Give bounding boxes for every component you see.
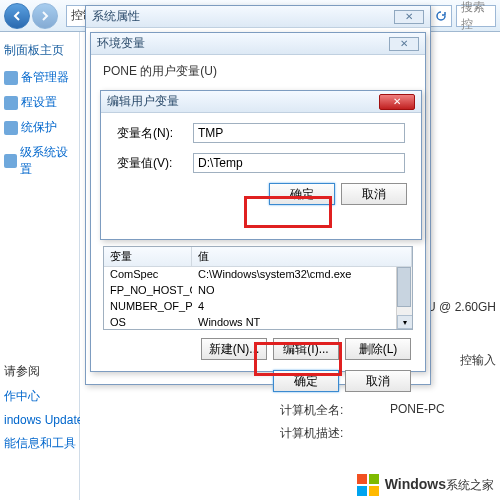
sidebar-item-remote[interactable]: 程设置	[4, 94, 75, 111]
var-value-input[interactable]	[193, 153, 405, 173]
shield-icon	[4, 121, 18, 135]
cancel-button[interactable]: 取消	[345, 370, 411, 392]
table-row[interactable]: ComSpecC:\Windows\system32\cmd.exe	[104, 267, 412, 283]
var-name-input[interactable]	[193, 123, 405, 143]
edit-button[interactable]: 编辑(I)...	[273, 338, 339, 360]
scroll-down-icon[interactable]: ▾	[397, 315, 413, 329]
shield-icon	[4, 96, 18, 110]
ok-button[interactable]: 确定	[269, 183, 335, 205]
search-input[interactable]: 搜索控	[456, 5, 496, 27]
sidebar-item-advanced[interactable]: 级系统设置	[4, 144, 75, 178]
var-value-label: 变量值(V):	[117, 155, 185, 172]
arrow-left-icon	[12, 11, 22, 21]
scroll-thumb[interactable]	[397, 267, 411, 307]
forward-button[interactable]	[32, 3, 58, 29]
refresh-button[interactable]	[430, 5, 452, 27]
close-button[interactable]: ✕	[389, 37, 419, 51]
edit-var-dialog: 编辑用户变量 ✕ 变量名(N): 变量值(V): 确定 取消	[100, 90, 422, 240]
watermark: Windows 系统之家	[357, 474, 494, 496]
sidebar: 制面板主页 备管理器 程设置 统保护 级系统设置 请参阅 作中心 indows …	[0, 32, 80, 500]
watermark-suffix: 系统之家	[446, 477, 494, 494]
fullname-value: PONE-PC	[390, 402, 445, 419]
close-button[interactable]: ✕	[394, 10, 424, 24]
sidebar-item-device-mgr[interactable]: 备管理器	[4, 69, 75, 86]
fullname-label: 计算机全名:	[280, 402, 390, 419]
back-button[interactable]	[4, 3, 30, 29]
col-var: 变量	[104, 247, 192, 266]
desc-label: 计算机描述:	[280, 425, 390, 442]
search-placeholder: 搜索控	[461, 0, 491, 33]
shield-icon	[4, 71, 18, 85]
arrow-right-icon	[40, 11, 50, 21]
dialog-title: 编辑用户变量	[107, 93, 179, 110]
input-info: 控输入	[460, 352, 496, 369]
new-button[interactable]: 新建(N)...	[201, 338, 267, 360]
user-vars-label: PONE 的用户变量(U)	[103, 63, 413, 80]
sidebar-item-protection[interactable]: 统保护	[4, 119, 75, 136]
table-row[interactable]: OSWindows NT	[104, 315, 412, 330]
sidebar-title: 制面板主页	[4, 42, 75, 59]
table-row[interactable]: NUMBER_OF_PR...4	[104, 299, 412, 315]
sys-vars-table[interactable]: 变量 值 ComSpecC:\Windows\system32\cmd.exe …	[103, 246, 413, 330]
cancel-button[interactable]: 取消	[341, 183, 407, 205]
sidebar-item-update[interactable]: indows Update	[4, 413, 83, 427]
dialog-title: 环境变量	[97, 35, 145, 52]
close-button[interactable]: ✕	[379, 94, 415, 110]
sidebar-item-perf[interactable]: 能信息和工具	[4, 435, 83, 452]
delete-button[interactable]: 删除(L)	[345, 338, 411, 360]
col-val: 值	[192, 247, 412, 266]
ok-button[interactable]: 确定	[273, 370, 339, 392]
sidebar-item-action-center[interactable]: 作中心	[4, 388, 83, 405]
var-name-label: 变量名(N):	[117, 125, 185, 142]
sidebar-section: 请参阅	[4, 363, 83, 380]
table-row[interactable]: FP_NO_HOST_C...NO	[104, 283, 412, 299]
windows-logo-icon	[357, 474, 379, 496]
watermark-brand: Windows	[385, 476, 446, 492]
scrollbar[interactable]: ▾	[396, 267, 412, 329]
shield-icon	[4, 154, 17, 168]
dialog-title: 系统属性	[92, 8, 140, 25]
refresh-icon	[435, 10, 447, 22]
